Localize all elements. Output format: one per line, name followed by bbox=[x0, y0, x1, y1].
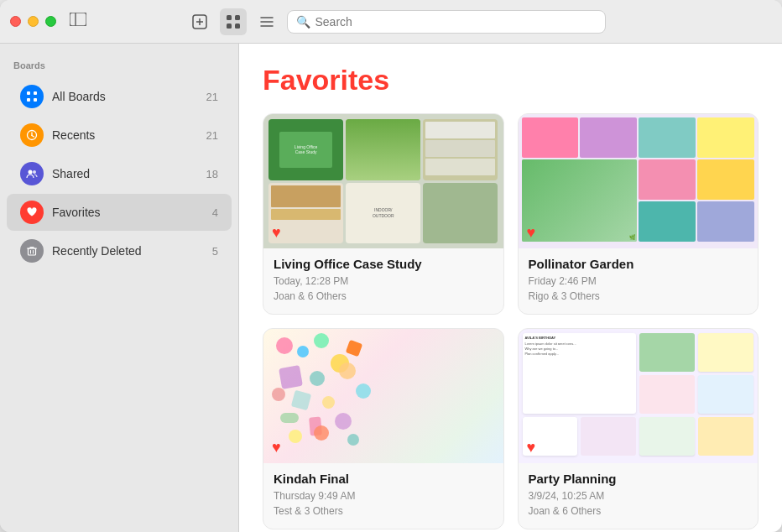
board-info-2: Pollinator Garden Friday 2:46 PM Rigo & … bbox=[519, 248, 759, 314]
board-card-2[interactable]: 🌿 ♥ bbox=[518, 113, 759, 315]
boards-grid: Living OfficeCase Study bbox=[263, 113, 759, 529]
board-date-4: 3/9/24, 10:25 AM bbox=[529, 488, 748, 503]
all-boards-icon bbox=[20, 85, 44, 108]
recently-deleted-count: 5 bbox=[212, 245, 218, 258]
traffic-lights bbox=[10, 16, 56, 27]
recently-deleted-label: Recently Deleted bbox=[52, 244, 204, 258]
board-thumbnail-1: Living OfficeCase Study bbox=[263, 114, 503, 248]
svg-rect-7 bbox=[227, 23, 232, 29]
minimize-button[interactable] bbox=[28, 16, 39, 27]
sidebar-item-all-boards[interactable]: All Boards 21 bbox=[7, 78, 232, 115]
sidebar-toggle-button[interactable] bbox=[70, 13, 86, 30]
toolbar-actions: 🔍 bbox=[186, 8, 606, 35]
svg-rect-8 bbox=[235, 23, 240, 29]
favorite-heart-2[interactable]: ♥ bbox=[527, 224, 536, 242]
svg-point-19 bbox=[29, 170, 33, 175]
svg-rect-15 bbox=[34, 98, 37, 102]
board-collaborators-2: Rigo & 3 Others bbox=[529, 289, 748, 304]
sidebar-item-shared[interactable]: Shared 18 bbox=[7, 155, 232, 192]
search-bar: 🔍 bbox=[287, 10, 606, 34]
svg-rect-5 bbox=[227, 15, 232, 20]
app-window: 🔍 Boards All Boards 21 bbox=[0, 0, 782, 532]
maximize-button[interactable] bbox=[45, 16, 56, 27]
sidebar-item-recents[interactable]: Recents 21 bbox=[7, 117, 232, 154]
board-thumbnail-4: AVILA'S BIRTHDAY Lorem ipsum dolor sit a… bbox=[519, 329, 759, 463]
board-card-4[interactable]: AVILA'S BIRTHDAY Lorem ipsum dolor sit a… bbox=[518, 328, 759, 529]
shared-icon bbox=[20, 162, 44, 185]
board-thumbnail-3: ♥ bbox=[263, 329, 503, 463]
board-card-3[interactable]: ♥ Kindah Final Thursday 9:49 AM Test & 3… bbox=[263, 328, 504, 529]
board-collaborators-4: Joan & 6 Others bbox=[529, 503, 748, 519]
svg-rect-14 bbox=[27, 98, 30, 102]
close-button[interactable] bbox=[10, 16, 21, 27]
all-boards-count: 21 bbox=[206, 91, 218, 103]
board-name-3: Kindah Final bbox=[274, 472, 493, 486]
svg-line-18 bbox=[32, 136, 34, 138]
titlebar: 🔍 bbox=[0, 0, 782, 44]
main-content: Boards All Boards 21 bbox=[0, 44, 782, 532]
favorite-heart-1[interactable]: ♥ bbox=[272, 224, 281, 242]
svg-rect-6 bbox=[235, 15, 240, 20]
recents-icon bbox=[20, 123, 44, 147]
favorite-heart-3[interactable]: ♥ bbox=[272, 439, 281, 456]
board-date-3: Thursday 9:49 AM bbox=[274, 488, 493, 503]
search-icon: 🔍 bbox=[296, 15, 310, 29]
svg-rect-21 bbox=[29, 248, 36, 255]
board-name-2: Pollinator Garden bbox=[529, 257, 748, 271]
favorites-label: Favorites bbox=[52, 206, 204, 219]
board-info-4: Party Planning 3/9/24, 10:25 AM Joan & 6… bbox=[519, 463, 759, 529]
board-thumbnail-2: 🌿 ♥ bbox=[519, 114, 759, 248]
recents-count: 21 bbox=[206, 129, 218, 142]
sidebar-item-recently-deleted[interactable]: Recently Deleted 5 bbox=[7, 232, 232, 269]
board-name-1: Living Office Case Study bbox=[274, 257, 493, 271]
board-date-2: Friday 2:46 PM bbox=[529, 274, 748, 289]
recents-label: Recents bbox=[52, 128, 198, 142]
list-view-button[interactable] bbox=[253, 8, 280, 35]
board-info-3: Kindah Final Thursday 9:49 AM Test & 3 O… bbox=[263, 463, 503, 529]
svg-rect-13 bbox=[34, 91, 37, 95]
favorite-heart-4[interactable]: ♥ bbox=[527, 439, 536, 456]
new-board-button[interactable] bbox=[186, 8, 213, 35]
sidebar: Boards All Boards 21 bbox=[0, 44, 239, 532]
favorites-count: 4 bbox=[212, 206, 218, 219]
favorites-icon bbox=[20, 201, 44, 224]
page-title: Favorites bbox=[263, 64, 759, 96]
sidebar-item-favorites[interactable]: Favorites 4 bbox=[7, 194, 232, 231]
recently-deleted-icon bbox=[20, 239, 44, 263]
board-name-4: Party Planning bbox=[529, 472, 748, 486]
all-boards-label: All Boards bbox=[52, 90, 198, 103]
board-collaborators-1: Joan & 6 Others bbox=[274, 289, 493, 304]
board-collaborators-3: Test & 3 Others bbox=[274, 503, 493, 519]
svg-rect-0 bbox=[70, 13, 86, 26]
board-card-1[interactable]: Living OfficeCase Study bbox=[263, 113, 504, 315]
board-info-1: Living Office Case Study Today, 12:28 PM… bbox=[263, 248, 503, 314]
svg-rect-12 bbox=[27, 91, 30, 95]
shared-count: 18 bbox=[206, 168, 218, 180]
grid-view-button[interactable] bbox=[220, 8, 247, 35]
board-date-1: Today, 12:28 PM bbox=[274, 274, 493, 289]
content-area: Favorites Living OfficeCase Study bbox=[239, 44, 782, 532]
search-input[interactable] bbox=[315, 15, 597, 29]
shared-label: Shared bbox=[52, 167, 198, 180]
svg-point-20 bbox=[33, 170, 36, 174]
sidebar-section-label: Boards bbox=[0, 57, 238, 77]
